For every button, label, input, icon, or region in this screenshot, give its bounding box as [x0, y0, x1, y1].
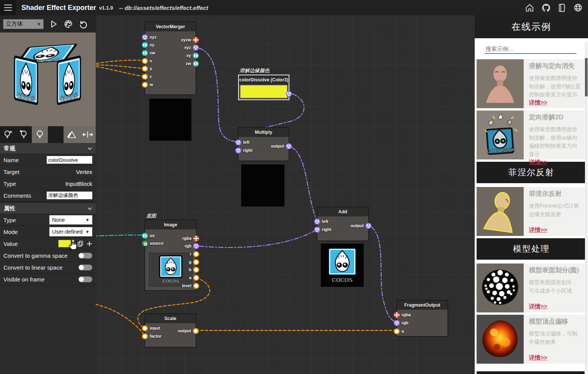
- port-in-xyz[interactable]: [142, 34, 148, 41]
- copy-icon[interactable]: [77, 241, 83, 247]
- port-out-rgb[interactable]: [193, 243, 199, 249]
- globe-icon[interactable]: [573, 3, 583, 12]
- port-in-rgba[interactable]: [394, 312, 400, 318]
- wire-vm-xyz-to-multiply-left[interactable]: [196, 47, 238, 142]
- node-title[interactable]: VectorMerger: [145, 22, 196, 31]
- port-out-output[interactable]: [365, 223, 372, 229]
- wire-edge-to-vm-z[interactable]: [96, 67, 145, 76]
- wire-image-rgb-to-add-right[interactable]: [196, 229, 317, 247]
- port-out-level[interactable]: [193, 283, 199, 289]
- palette-button[interactable]: [64, 20, 73, 29]
- tool-split-arrows-icon[interactable]: [80, 126, 96, 143]
- node-scale[interactable]: Scaleinputfactoroutput: [145, 314, 196, 347]
- port-out-g[interactable]: [193, 259, 199, 265]
- node-title[interactable]: colorDissolve (Color3): [239, 75, 289, 85]
- example-title: 模型顶点偏移: [529, 317, 581, 326]
- examples-panel: 在线示例 溶解与定向消失使用噪音图透明度控制溶解，使用Y轴位置控制按垂直方向显示…: [475, 15, 588, 374]
- linear-toggle[interactable]: [78, 265, 92, 270]
- node-graph-canvas[interactable]: COCOS VectorMergerxyzxyzwxyzwxyzwxyzxyzw…: [96, 15, 475, 374]
- wire-add-to-fragment-rgb[interactable]: [369, 225, 397, 322]
- port-in-source[interactable]: [142, 240, 148, 247]
- example-details-link[interactable]: 详情>>: [529, 354, 581, 361]
- port-in-xy[interactable]: [142, 42, 148, 48]
- tool-bulb-icon[interactable]: [32, 126, 48, 143]
- visible-toggle[interactable]: [78, 276, 92, 282]
- port-in-input[interactable]: [142, 325, 148, 332]
- mode-select[interactable]: User-defined▼: [49, 227, 92, 236]
- color-value-swatch[interactable]: [58, 240, 74, 247]
- port-in-factor[interactable]: [142, 333, 148, 340]
- port-in-left[interactable]: [235, 139, 242, 146]
- name-input[interactable]: [47, 156, 92, 164]
- port-in-uv[interactable]: [142, 233, 148, 239]
- 3d-preview-viewport[interactable]: COCOS COCOS COCOS: [0, 33, 96, 126]
- port-in-zw[interactable]: [142, 50, 148, 56]
- port-in-z[interactable]: [142, 73, 148, 80]
- example-card[interactable]: 菲涅尔反射使用Fresnel公式计算边缘光线反射详情>>: [477, 187, 586, 236]
- port-out-output[interactable]: [286, 143, 292, 150]
- section-header-attributes[interactable]: 属性: [0, 203, 96, 214]
- add-value-icon[interactable]: [87, 241, 92, 247]
- port-out-output[interactable]: [193, 328, 199, 334]
- wire-edge-to-vm-y[interactable]: [96, 65, 145, 68]
- node-multiply[interactable]: Multiplyleftrightoutput: [238, 127, 289, 161]
- tool-prism-icon[interactable]: [64, 126, 80, 143]
- port-in-w[interactable]: [142, 81, 148, 88]
- node-title[interactable]: Multiply: [238, 128, 289, 137]
- port-in-a[interactable]: [394, 328, 400, 335]
- example-card[interactable]: 溶解与定向消失使用噪音图透明度控制溶解，使用Y轴位置控制按垂直方向显示详情>>: [477, 59, 586, 108]
- attr-type-select[interactable]: None▼: [49, 215, 92, 224]
- scrollbar-track[interactable]: [585, 42, 588, 371]
- port-out-xy[interactable]: [193, 52, 199, 59]
- wire-edge-to-image-uv[interactable]: [96, 235, 145, 236]
- section-header-general[interactable]: 常规: [0, 143, 96, 154]
- example-card[interactable]: 模型顶点偏移模型顶点偏移，可制作爆炸效果详情>>: [477, 315, 586, 364]
- port-in-x[interactable]: [142, 58, 148, 64]
- wire-edge-to-scale-factor[interactable]: [96, 304, 145, 335]
- home-icon[interactable]: [525, 3, 534, 12]
- port-in-right[interactable]: [314, 226, 320, 233]
- prop-row-name: Name: [0, 154, 96, 166]
- port-in-right[interactable]: [235, 147, 242, 154]
- port-out-rgba[interactable]: [193, 235, 199, 242]
- node-title[interactable]: Scale: [145, 314, 196, 323]
- undo-button[interactable]: [78, 20, 88, 29]
- example-details-link[interactable]: 详情>>: [529, 159, 581, 166]
- example-details-link[interactable]: 详情>>: [529, 99, 581, 106]
- example-details-link[interactable]: 详情>>: [529, 303, 581, 310]
- node-title[interactable]: FragmentOutput: [397, 301, 448, 310]
- preview-shape-select[interactable]: 立方体 ▼: [3, 19, 44, 29]
- node-title[interactable]: Image: [145, 220, 196, 229]
- port-out-r[interactable]: [193, 251, 199, 257]
- node-vector-merger[interactable]: VectorMergerxyzxyzwxyzwxyzwxyzxyzw: [145, 22, 196, 95]
- example-card[interactable]: 模型表面划分(圆)模型表面圆形划分，可生成多个小区域详情>>: [477, 263, 586, 312]
- node-color-dissolve[interactable]: colorDissolve (Color3): [238, 75, 289, 100]
- port-out-zw[interactable]: [193, 60, 199, 67]
- github-icon[interactable]: [541, 3, 551, 13]
- example-details-link[interactable]: 详情>>: [529, 226, 581, 234]
- port-out-b[interactable]: [193, 267, 199, 273]
- example-card[interactable]: COCOS20X定向溶解2D使用噪音图透明度控制溶解，使用uv纵向偏移控制按垂直…: [477, 111, 586, 159]
- docs-icon[interactable]: [558, 3, 566, 12]
- gamma-toggle[interactable]: [78, 253, 92, 259]
- wire-multiply-to-add-left[interactable]: [289, 146, 317, 221]
- wire-edge-to-vm-x[interactable]: [96, 60, 145, 63]
- node-image[interactable]: Image COCOS uvsourcergbargbrgbalevel: [145, 220, 196, 291]
- port-in-rgb[interactable]: [394, 320, 400, 326]
- scrollbar-thumb[interactable]: [585, 58, 588, 96]
- port-out-output[interactable]: [286, 91, 292, 97]
- node-add[interactable]: Addleftrightoutput: [317, 207, 369, 241]
- node-title[interactable]: Add: [317, 207, 368, 216]
- play-button[interactable]: [49, 20, 58, 29]
- comments-input[interactable]: [47, 192, 92, 199]
- port-in-left[interactable]: [314, 218, 320, 225]
- node-fragment-output[interactable]: FragmentOutputrgbargba: [397, 300, 448, 337]
- tool-bulb-arrow-left-icon[interactable]: [16, 126, 32, 143]
- search-input[interactable]: [485, 44, 577, 54]
- port-out-a[interactable]: [193, 275, 199, 281]
- port-in-y[interactable]: [142, 65, 148, 72]
- hamburger-menu-icon[interactable]: [0, 0, 16, 15]
- tool-bulb-arrow-right-icon[interactable]: [0, 126, 16, 143]
- port-out-xyz[interactable]: [193, 44, 199, 51]
- port-out-xyzw[interactable]: [193, 37, 199, 43]
